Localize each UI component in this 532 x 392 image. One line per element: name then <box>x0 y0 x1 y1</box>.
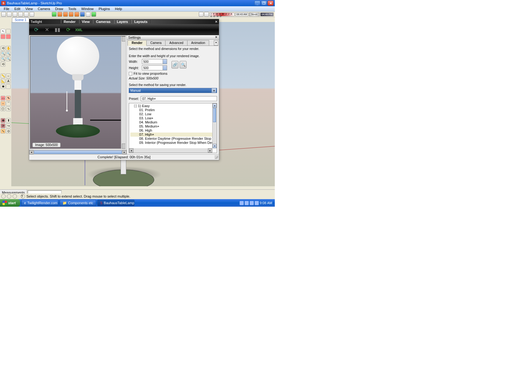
fit-checkbox[interactable] <box>129 72 132 75</box>
plugin2-icon[interactable] <box>57 12 62 17</box>
render-stop-icon[interactable]: ✕ <box>43 26 51 34</box>
camera-iso-icon[interactable] <box>1 12 6 17</box>
scroll-down-icon[interactable]: ▾ <box>213 144 217 148</box>
tray-icon-3[interactable] <box>250 201 254 205</box>
text-tool-icon[interactable]: A <box>6 79 11 84</box>
scene-tab[interactable]: Scene 1 <box>12 17 29 23</box>
preset-item[interactable]: 05. Medium+ <box>130 124 215 128</box>
offset-tool-icon[interactable]: ⊙ <box>6 129 11 133</box>
zoom-extents-icon[interactable]: 🔍 <box>1 57 5 61</box>
pushpull-tool-icon[interactable]: ⬆ <box>6 118 11 123</box>
save-method-select[interactable]: Manual <box>129 88 217 93</box>
twilight-close-icon[interactable]: ✕ <box>215 20 218 24</box>
help-icon[interactable]: ? <box>21 194 25 199</box>
preset-input[interactable]: 07. High+ <box>141 96 217 101</box>
menu-edit[interactable]: Edit <box>12 7 23 11</box>
task-folder[interactable]: 📁Components etc <box>60 200 96 206</box>
rotate-tool-icon[interactable]: ⟳ <box>1 123 5 128</box>
menu-help[interactable]: Help <box>112 7 125 11</box>
render-pause-icon[interactable]: ▮▮ <box>54 26 61 34</box>
shadow-settings-icon[interactable] <box>204 12 209 17</box>
shadow-toggle-icon[interactable] <box>199 12 204 17</box>
axes-icon[interactable] <box>24 12 29 17</box>
settings-title[interactable]: Settings ✕ <box>127 35 219 40</box>
tape-measure-icon[interactable]: 📏 <box>1 74 5 78</box>
rectangle-tool-icon[interactable]: ▭ <box>1 96 5 101</box>
axes-tool-icon[interactable]: ✱ <box>1 84 5 89</box>
zoom-button[interactable]: 🔍 <box>180 61 187 68</box>
start-button[interactable]: start <box>0 199 20 207</box>
preset-item-selected[interactable]: 07. High+ <box>130 133 215 137</box>
protractor-icon[interactable] <box>18 12 23 17</box>
zoom-window-icon[interactable]: 🔍 <box>6 51 11 56</box>
plugin1-icon[interactable] <box>52 12 57 17</box>
tab-advanced[interactable]: Advanced <box>165 40 187 46</box>
plugin5-icon[interactable] <box>74 12 79 17</box>
tabs-overflow-icon[interactable]: ▾ <box>214 40 218 46</box>
text-icon[interactable] <box>30 12 34 17</box>
preset-item[interactable]: 03. Low+ <box>130 116 215 120</box>
tray-clock[interactable]: 9:08 AM <box>260 201 272 205</box>
menu-window[interactable]: Window <box>79 7 96 11</box>
render-start-icon[interactable]: ⟳ <box>32 26 40 34</box>
camera-top-icon[interactable] <box>7 12 12 17</box>
move-tool-icon[interactable]: ✥ <box>1 118 5 123</box>
settings-close-icon[interactable]: ✕ <box>215 35 218 39</box>
status-icon-3[interactable] <box>13 194 17 199</box>
lock-ratio-button[interactable]: 🔗 <box>171 61 178 68</box>
task-sketchup[interactable]: SBauhausTableLamp - ... <box>97 200 134 206</box>
paint-bucket-icon[interactable] <box>1 34 5 39</box>
rw-menu-layouts[interactable]: Layouts <box>131 20 150 24</box>
task-ie[interactable]: eTwilightRender.com •... <box>21 200 58 206</box>
plugin7-icon[interactable] <box>86 12 90 17</box>
tree-v-scrollbar[interactable]: ▴ ▾ <box>212 103 217 148</box>
rw-menu-view[interactable]: View <box>79 20 93 24</box>
tray-icon-1[interactable] <box>240 201 244 205</box>
status-icon-2[interactable] <box>7 194 11 199</box>
eraser-tool-icon[interactable] <box>6 34 11 39</box>
minimize-button[interactable]: _ <box>254 1 260 6</box>
maximize-button[interactable]: ❐ <box>261 1 267 6</box>
rw-menu-render[interactable]: Render <box>61 20 79 24</box>
freehand-tool-icon[interactable]: ∿ <box>6 106 11 111</box>
time-am[interactable]: 08:43 AM <box>235 13 248 16</box>
component-tool-icon[interactable] <box>6 29 11 34</box>
preset-tree[interactable]: − 1) Easy 01. Prelim 02. Low 03. Low+ 04… <box>129 103 217 153</box>
tree-scroll-thumb[interactable] <box>213 108 216 122</box>
menu-plugins[interactable]: Plugins <box>96 7 112 11</box>
plugin6-icon[interactable] <box>80 12 85 17</box>
plugin3-icon[interactable] <box>63 12 68 17</box>
preview-v-scrollbar[interactable] <box>121 36 125 149</box>
followme-tool-icon[interactable]: ↪ <box>6 123 11 128</box>
export-xml-icon[interactable]: XML <box>75 26 83 34</box>
tree-group-easy[interactable]: 1) Easy <box>138 104 149 108</box>
time-pm[interactable]: 04:48 PM <box>260 13 274 16</box>
camera-front-icon[interactable] <box>13 12 17 17</box>
previous-view-icon[interactable]: 🔍 <box>6 57 11 61</box>
width-input[interactable]: 500 <box>142 59 167 64</box>
twilight-titlebar[interactable]: Twilight Render View Cameras Layers Layo… <box>29 19 219 24</box>
scroll-right-icon[interactable]: ▸ <box>122 150 127 154</box>
line-tool-icon[interactable]: ✎ <box>6 96 11 101</box>
circle-tool-icon[interactable]: ○ <box>1 101 5 106</box>
preset-item[interactable]: 01. Prelim <box>130 108 215 112</box>
preview-h-scrollbar[interactable]: ◂ ▸ <box>29 150 127 154</box>
tray-icon-4[interactable] <box>255 201 259 205</box>
scroll-thumb[interactable] <box>34 150 122 154</box>
tree-h-scrollbar[interactable]: ◂ ▸ <box>129 148 212 153</box>
orbit-tool-icon[interactable]: ⟲ <box>1 46 5 51</box>
select-tool-icon[interactable]: ↖ <box>1 29 5 34</box>
time-noon[interactable]: Noon <box>249 13 260 16</box>
preset-item[interactable]: 09. Interior (Progressive Render Stop Wh… <box>130 141 215 145</box>
rw-menu-cameras[interactable]: Cameras <box>93 20 113 24</box>
plugin4-icon[interactable] <box>69 12 73 17</box>
tray-icon-2[interactable] <box>245 201 249 205</box>
pan-tool-icon[interactable]: ✋ <box>6 46 11 51</box>
tab-render[interactable]: Render <box>128 40 146 46</box>
render-resume-icon[interactable]: ⟳ <box>64 26 72 34</box>
status-icon-1[interactable] <box>1 194 6 199</box>
scroll-left-icon[interactable]: ◂ <box>29 150 34 154</box>
preset-item[interactable]: 02. Low <box>130 112 215 116</box>
resize-grip-icon[interactable] <box>214 155 218 159</box>
preset-item[interactable]: 08. Exterior Daytime (Progressive Render… <box>130 137 215 141</box>
